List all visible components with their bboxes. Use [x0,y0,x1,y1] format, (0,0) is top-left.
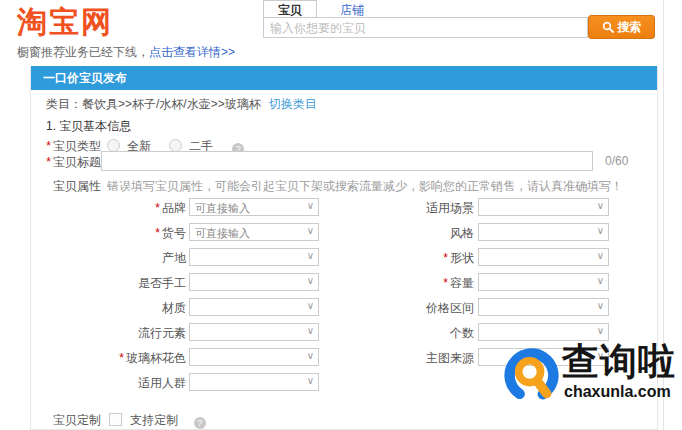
notice-bar: 橱窗推荐业务已经下线，点击查看详情>> [17,44,235,61]
search-button[interactable]: 搜索 [588,15,655,39]
item-attrs-hint: 错误填写宝贝属性，可能会引起宝贝下架或搜索流量减少，影响您的正常销售，请认真准确… [107,178,623,195]
chevron-down-icon: ∨ [597,275,604,286]
watermark-name: 查询啦 [562,337,676,387]
item-number-select[interactable]: 可直接输入∨ [189,223,319,241]
chevron-down-icon: ∨ [597,200,604,211]
style-select[interactable]: ∨ [478,223,609,241]
chevron-down-icon: ∨ [597,225,604,236]
chevron-down-icon: ∨ [307,300,314,311]
tab-item[interactable]: 宝贝 [263,0,317,17]
notice-text: 橱窗推荐业务已经下线， [17,45,149,59]
section-title: 1. 宝贝基本信息 [46,118,131,135]
chevron-down-icon: ∨ [597,250,604,261]
taobao-logo[interactable]: 淘宝网 [17,2,113,43]
chevron-down-icon: ∨ [597,300,604,311]
chevron-down-icon: ∨ [307,275,314,286]
search-tabbar: 宝贝 店铺 [263,0,364,17]
label-material: 材质 [31,296,186,321]
label-target-group: 适用人群 [31,371,186,396]
label-usage-scene: 适用场景 [349,196,474,221]
title-char-counter: 0/60 [605,154,628,168]
label-style: 风格 [349,221,474,246]
chevron-down-icon: ∨ [307,375,314,386]
support-custom-label[interactable]: 支持定制 [130,413,178,427]
shape-select[interactable]: ∨ [478,248,609,266]
item-title-input[interactable] [101,151,593,171]
category-path: 餐饮具>>杯子/水杯/水壶>>玻璃杯 [82,97,261,111]
label-capacity: *容量 [349,271,474,296]
chaxunla-watermark: 查询啦 chaxunla.com [503,341,682,411]
label-price-range: 价格区间 [349,296,474,321]
required-mark: * [46,139,51,153]
search-input[interactable] [263,17,588,38]
watermark-domain: chaxunla.com [564,383,671,401]
capacity-select[interactable]: ∨ [478,273,609,291]
category-breadcrumb: 类目：餐饮具>>杯子/水杯/水壶>>玻璃杯切换类目 [46,96,317,113]
label-main-image-source: 主图来源 [349,346,474,371]
chevron-down-icon: ∨ [597,325,604,336]
label-origin: 产地 [31,246,186,271]
item-type-row: *宝贝类型 全新 二手 [31,138,657,152]
brand-select[interactable]: 可直接输入∨ [189,198,319,216]
item-attrs-label: 宝贝属性 [31,178,101,195]
trend-element-select[interactable]: ∨ [189,323,319,341]
handmade-select[interactable]: ∨ [189,273,319,291]
chevron-down-icon: ∨ [307,350,314,361]
support-custom-checkbox[interactable] [109,413,122,426]
material-select[interactable]: ∨ [189,298,319,316]
chaxunla-logo-icon [503,347,560,407]
label-brand: *品牌 [31,196,186,221]
usage-scene-select[interactable]: ∨ [478,198,609,216]
target-group-select[interactable]: ∨ [189,373,319,391]
label-item-number: *货号 [31,221,186,246]
switch-category-link[interactable]: 切换类目 [269,97,317,111]
glass-pattern-select[interactable]: ∨ [189,348,319,366]
customization-label: 宝贝定制 [31,412,101,429]
item-title-label: *宝贝标题 [31,154,101,171]
label-piece-count: 个数 [349,321,474,346]
chevron-down-icon: ∨ [307,250,314,261]
search-button-label: 搜索 [618,19,642,36]
chevron-down-icon: ∨ [307,200,314,211]
label-trend-element: 流行元素 [31,321,186,346]
label-glass-pattern: *玻璃杯花色 [31,346,186,371]
item-type-label: *宝贝类型 [31,138,101,155]
chevron-down-icon: ∨ [307,225,314,236]
panel-title-bar: 一口价宝贝发布 [31,66,657,90]
required-mark: * [46,155,51,169]
notice-details-link[interactable]: 点击查看详情>> [149,45,235,59]
item-title-row: *宝贝标题 0/60 [31,154,657,176]
label-shape: *形状 [349,246,474,271]
help-icon[interactable] [194,417,206,429]
origin-select[interactable]: ∨ [189,248,319,266]
search-icon [602,21,614,33]
chevron-down-icon: ∨ [307,325,314,336]
category-label: 类目： [46,97,82,111]
price-range-select[interactable]: ∨ [478,298,609,316]
label-handmade: 是否手工 [31,271,186,296]
